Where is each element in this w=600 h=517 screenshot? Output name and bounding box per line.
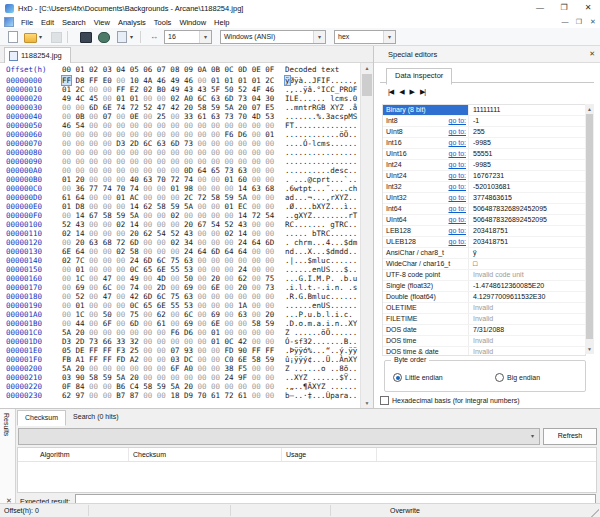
hex-row[interactable]: 000002200F 84 00 00 B6 C4 58 59 5A 20 00…: [0, 382, 360, 391]
hex-scrollbar[interactable]: ▲ ▼: [360, 63, 373, 408]
hex-byte[interactable]: F3: [116, 346, 125, 355]
hex-byte[interactable]: 00: [103, 148, 112, 157]
decoded-text[interactable]: ad...¬...,rXYZ..: [285, 193, 357, 202]
hex-byte[interactable]: 00: [89, 382, 98, 391]
hex-byte[interactable]: 00: [265, 229, 274, 238]
hex-byte[interactable]: D3: [116, 139, 125, 148]
hex-bytes[interactable]: 05 DE FF FF F3 25 00 00 07 93 00 00 FD 9…: [62, 346, 282, 355]
hex-byte[interactable]: 6F: [103, 319, 112, 328]
hex-byte[interactable]: 00: [252, 247, 261, 256]
hex-byte[interactable]: 00: [116, 256, 125, 265]
hex-byte[interactable]: 0F: [62, 382, 71, 391]
hex-byte[interactable]: 00: [116, 121, 125, 130]
hex-bytes[interactable]: 00 36 77 74 70 74 00 00 01 98 00 00 00 1…: [62, 184, 282, 193]
hex-byte[interactable]: 01: [211, 328, 220, 337]
hex-byte[interactable]: 00: [265, 364, 274, 373]
decoded-text[interactable]: .D.o.m.a.i.n..XY: [285, 319, 357, 328]
hex-bytes[interactable]: 01 20 00 00 00 40 63 70 72 74 00 00 01 6…: [62, 175, 282, 184]
hex-byte[interactable]: 52: [225, 220, 234, 229]
hex-byte[interactable]: FF: [265, 346, 274, 355]
inspector-type-cell[interactable]: UInt16go to:: [383, 149, 469, 159]
hex-row[interactable]: 0000004000 0B 00 07 00 0E 00 25 00 33 61…: [0, 112, 360, 121]
hex-bytes[interactable]: 00 44 00 6F 00 6D 00 61 00 69 00 6E 00 0…: [62, 319, 282, 328]
hex-byte[interactable]: 55: [170, 265, 179, 274]
hex-byte[interactable]: 46: [265, 85, 274, 94]
hex-byte[interactable]: F5: [238, 364, 247, 373]
inspector-type-cell[interactable]: AnsiChar / char8_t: [383, 248, 469, 258]
chevron-down-icon[interactable]: ▾: [526, 429, 539, 444]
hex-byte[interactable]: 02: [62, 256, 71, 265]
hex-byte[interactable]: 5A: [116, 373, 125, 382]
hex-byte[interactable]: 00: [265, 121, 274, 130]
hex-byte[interactable]: 00: [265, 148, 274, 157]
menu-item-analysis[interactable]: Analysis: [114, 18, 150, 27]
hex-byte[interactable]: 00: [211, 229, 220, 238]
hex-row[interactable]: 000000F000 14 67 58 59 5A 00 00 02 00 00…: [0, 211, 360, 220]
hex-byte[interactable]: 42: [170, 103, 179, 112]
hex-byte[interactable]: 00: [116, 319, 125, 328]
hex-byte[interactable]: 00: [170, 193, 179, 202]
hex-byte[interactable]: 00: [197, 229, 206, 238]
hex-byte[interactable]: 72: [252, 211, 261, 220]
hex-byte[interactable]: 70: [197, 391, 206, 400]
hex-byte[interactable]: 20: [130, 229, 139, 238]
hex-row[interactable]: 0000021003 90 58 59 5A 20 00 00 00 00 00…: [0, 373, 360, 382]
hex-byte[interactable]: 00: [225, 121, 234, 130]
hex-byte[interactable]: 00: [89, 247, 98, 256]
hex-byte[interactable]: 00: [225, 328, 234, 337]
hex-byte[interactable]: 00: [211, 256, 220, 265]
hex-byte[interactable]: FF: [103, 346, 112, 355]
hex-byte[interactable]: 63: [252, 184, 261, 193]
refresh-button[interactable]: Refresh: [543, 428, 597, 445]
inspector-row[interactable]: Int24go to:-9985: [383, 160, 585, 171]
hex-byte[interactable]: 00: [252, 337, 261, 346]
decoded-text[interactable]: ......enUS...$..: [285, 265, 357, 274]
hex-byte[interactable]: 5A: [170, 382, 179, 391]
hex-view[interactable]: Offset(h)00 01 02 03 04 05 06 07 08 09 0…: [0, 63, 360, 408]
menu-item-view[interactable]: View: [90, 18, 114, 27]
hex-row[interactable]: 0000003000 00 6D 6E 74 72 52 47 42 20 58…: [0, 103, 360, 112]
hex-byte[interactable]: 00: [238, 256, 247, 265]
hex-byte[interactable]: 00: [143, 121, 152, 130]
hex-byte[interactable]: 59: [157, 382, 166, 391]
hex-byte[interactable]: 50: [103, 310, 112, 319]
tab-data-inspector[interactable]: Data inspector: [386, 68, 452, 85]
hex-byte[interactable]: 00: [89, 148, 98, 157]
hex-byte[interactable]: 00: [103, 175, 112, 184]
hex-byte[interactable]: 00: [252, 148, 261, 157]
hex-byte[interactable]: 00: [62, 211, 71, 220]
hex-byte[interactable]: 02: [170, 94, 179, 103]
hex-byte[interactable]: 00: [89, 85, 98, 94]
hex-row[interactable]: 0000014002 7C 00 00 00 24 6D 6C 75 63 00…: [0, 256, 360, 265]
hex-byte[interactable]: 00: [143, 238, 152, 247]
hex-byte[interactable]: 00: [89, 130, 98, 139]
decoded-text[interactable]: .|...$mluc......: [285, 256, 357, 265]
hex-byte[interactable]: 00: [62, 184, 71, 193]
hex-byte[interactable]: 00: [157, 130, 166, 139]
hex-byte[interactable]: 00: [62, 157, 71, 166]
inspector-type-cell[interactable]: WideChar / char16_t: [383, 259, 469, 269]
hex-byte[interactable]: 00: [143, 112, 152, 121]
hex-byte[interactable]: 9F: [238, 373, 247, 382]
maximize-button[interactable]: ❐: [552, 0, 576, 16]
hex-byte[interactable]: 01: [62, 85, 71, 94]
hex-byte[interactable]: 00: [197, 175, 206, 184]
hex-byte[interactable]: 6E: [238, 355, 247, 364]
hex-byte[interactable]: 00: [170, 148, 179, 157]
decoded-selected-char[interactable]: ÿ: [285, 76, 290, 85]
hex-byte[interactable]: 62: [238, 274, 247, 283]
panel-close-icon[interactable]: ✕: [589, 50, 595, 58]
inspector-value-cell[interactable]: ÿ: [469, 248, 585, 258]
hex-byte[interactable]: 59: [265, 355, 274, 364]
hex-byte[interactable]: 00: [143, 166, 152, 175]
hex-byte[interactable]: 00: [184, 121, 193, 130]
go-to-link[interactable]: go to:: [448, 138, 466, 148]
hex-byte[interactable]: 46: [184, 76, 193, 85]
decoded-text[interactable]: nd...X...$dmdd..: [285, 247, 357, 256]
hex-byte[interactable]: 00: [252, 175, 261, 184]
hex-byte[interactable]: 00: [170, 112, 179, 121]
hex-byte[interactable]: 25: [130, 346, 139, 355]
hex-byte[interactable]: 46: [62, 121, 71, 130]
hex-byte[interactable]: 00: [89, 193, 98, 202]
hex-bytes[interactable]: D3 2D 73 66 33 32 00 00 00 00 00 01 0C 4…: [62, 337, 282, 346]
